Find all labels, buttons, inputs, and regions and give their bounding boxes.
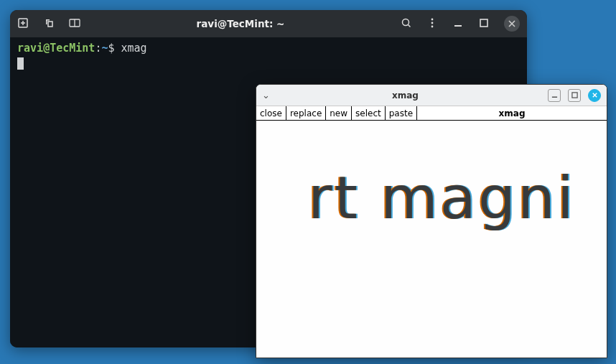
svg-point-4 [431,18,434,20]
xmag-title: xmag [270,90,541,101]
menu-icon[interactable] [426,17,438,31]
paste-button[interactable]: paste [386,106,417,120]
xmag-titlebar: ⌄ xmag [256,85,607,106]
new-window-icon[interactable] [43,17,55,31]
xmag-window: ⌄ xmag close replace new select paste xm… [256,84,607,358]
xmag-toolbar: close replace new select paste xmag [256,106,607,121]
xmag-toolbar-label: xmag [417,106,607,120]
close-icon[interactable] [504,16,520,32]
terminal-command: xmag [121,42,147,55]
titlebar-left-controls [17,17,80,31]
close-button[interactable]: close [256,106,286,120]
terminal-line: ravi@TecMint:~$ xmag [17,42,520,56]
svg-point-6 [431,25,434,27]
new-button[interactable]: new [326,106,352,120]
maximize-icon[interactable] [568,89,581,102]
prompt-symbol: $ [108,42,114,55]
terminal-title: ravi@TecMint: ~ [93,18,388,29]
prompt-host: TecMint [50,42,95,55]
svg-rect-8 [571,93,577,98]
titlebar-right-controls [401,16,520,32]
maximize-icon[interactable] [478,17,490,31]
search-icon[interactable] [401,17,412,31]
svg-rect-1 [48,22,52,27]
prompt-at: @ [43,42,50,55]
minimize-icon[interactable] [452,17,464,31]
terminal-cursor-line [17,56,520,70]
replace-button[interactable]: replace [286,106,326,120]
cursor-icon [17,57,24,70]
terminal-titlebar: ravi@TecMint: ~ [10,10,527,37]
svg-point-3 [403,19,409,25]
split-icon[interactable] [69,17,80,31]
minimize-icon[interactable] [548,89,561,102]
prompt-user: ravi [17,42,43,55]
svg-rect-7 [480,19,487,27]
chevron-down-icon[interactable]: ⌄ [262,90,270,101]
new-tab-icon[interactable] [17,17,29,31]
magnified-text: rt magni [308,164,576,232]
close-icon[interactable] [588,89,601,102]
svg-point-5 [431,22,434,24]
xmag-canvas[interactable]: rt magni [256,121,607,358]
select-button[interactable]: select [352,106,386,120]
